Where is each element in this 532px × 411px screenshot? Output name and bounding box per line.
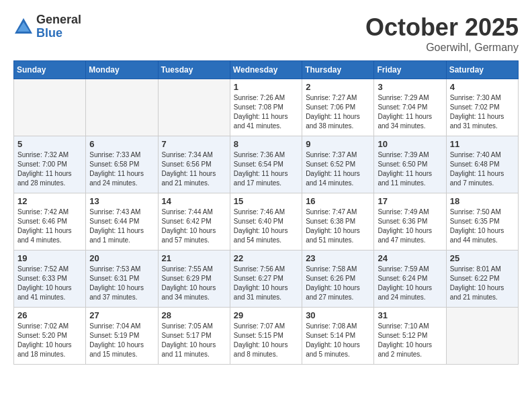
day-number: 11 [450,139,515,149]
day-info: Sunrise: 7:37 AM Sunset: 6:52 PM Dayligh… [306,150,370,188]
day-info: Sunrise: 7:02 AM Sunset: 5:20 PM Dayligh… [17,322,82,359]
day-info: Sunrise: 7:30 AM Sunset: 7:02 PM Dayligh… [450,93,515,131]
calendar-cell: 4Sunrise: 7:30 AM Sunset: 7:02 PM Daylig… [446,79,518,136]
calendar-cell [86,79,158,136]
day-info: Sunrise: 7:55 AM Sunset: 6:29 PM Dayligh… [162,265,226,302]
day-info: Sunrise: 7:04 AM Sunset: 5:19 PM Dayligh… [89,322,154,359]
day-info: Sunrise: 7:08 AM Sunset: 5:14 PM Dayligh… [306,322,370,359]
day-info: Sunrise: 7:43 AM Sunset: 6:44 PM Dayligh… [89,208,154,245]
weekday-header: Friday [374,61,446,79]
weekday-header-row: SundayMondayTuesdayWednesdayThursdayFrid… [14,61,519,79]
calendar-cell: 15Sunrise: 7:46 AM Sunset: 6:40 PM Dayli… [230,193,302,250]
calendar-cell: 1Sunrise: 7:26 AM Sunset: 7:08 PM Daylig… [230,79,302,136]
calendar-cell: 14Sunrise: 7:44 AM Sunset: 6:42 PM Dayli… [158,193,230,250]
logo-blue: Blue [36,27,81,40]
day-number: 1 [234,82,298,92]
calendar-cell: 25Sunrise: 8:01 AM Sunset: 6:22 PM Dayli… [446,250,518,308]
day-info: Sunrise: 7:58 AM Sunset: 6:26 PM Dayligh… [306,265,370,302]
logo-icon [13,17,34,37]
calendar-cell: 10Sunrise: 7:39 AM Sunset: 6:50 PM Dayli… [374,136,446,193]
day-info: Sunrise: 7:53 AM Sunset: 6:31 PM Dayligh… [89,265,154,302]
day-number: 26 [17,310,82,320]
day-info: Sunrise: 7:05 AM Sunset: 5:17 PM Dayligh… [162,322,226,359]
day-number: 20 [89,253,154,263]
calendar-week-row: 12Sunrise: 7:42 AM Sunset: 6:46 PM Dayli… [14,193,519,250]
calendar-cell: 29Sunrise: 7:07 AM Sunset: 5:15 PM Dayli… [230,308,302,365]
day-number: 27 [89,310,154,320]
calendar-cell: 18Sunrise: 7:50 AM Sunset: 6:35 PM Dayli… [446,193,518,250]
day-number: 24 [378,253,442,263]
calendar-cell: 11Sunrise: 7:40 AM Sunset: 6:48 PM Dayli… [446,136,518,193]
day-number: 19 [17,253,82,263]
day-number: 30 [306,310,370,320]
calendar-cell: 24Sunrise: 7:59 AM Sunset: 6:24 PM Dayli… [374,250,446,308]
day-info: Sunrise: 7:50 AM Sunset: 6:35 PM Dayligh… [450,208,515,245]
day-info: Sunrise: 7:59 AM Sunset: 6:24 PM Dayligh… [378,265,442,302]
day-info: Sunrise: 7:07 AM Sunset: 5:15 PM Dayligh… [234,322,298,359]
weekday-header: Tuesday [158,61,230,79]
month-title: October 2025 [365,13,519,42]
day-info: Sunrise: 7:46 AM Sunset: 6:40 PM Dayligh… [234,208,298,245]
calendar-cell: 2Sunrise: 7:27 AM Sunset: 7:06 PM Daylig… [302,79,374,136]
day-number: 31 [378,310,442,320]
calendar-week-row: 26Sunrise: 7:02 AM Sunset: 5:20 PM Dayli… [14,308,519,365]
logo-general: General [36,13,81,27]
calendar-cell: 20Sunrise: 7:53 AM Sunset: 6:31 PM Dayli… [86,250,158,308]
calendar-cell: 30Sunrise: 7:08 AM Sunset: 5:14 PM Dayli… [302,308,374,365]
calendar-cell: 19Sunrise: 7:52 AM Sunset: 6:33 PM Dayli… [14,250,86,308]
day-number: 5 [17,139,82,149]
day-info: Sunrise: 7:40 AM Sunset: 6:48 PM Dayligh… [450,150,515,188]
day-number: 12 [17,196,82,206]
day-number: 18 [450,196,515,206]
day-info: Sunrise: 7:29 AM Sunset: 7:04 PM Dayligh… [378,93,442,131]
day-number: 3 [378,82,442,92]
calendar-cell: 28Sunrise: 7:05 AM Sunset: 5:17 PM Dayli… [158,308,230,365]
day-number: 4 [450,82,515,92]
day-info: Sunrise: 7:44 AM Sunset: 6:42 PM Dayligh… [162,208,226,245]
day-info: Sunrise: 7:10 AM Sunset: 5:12 PM Dayligh… [378,322,442,359]
day-info: Sunrise: 7:26 AM Sunset: 7:08 PM Dayligh… [234,93,298,131]
calendar-cell: 6Sunrise: 7:33 AM Sunset: 6:58 PM Daylig… [86,136,158,193]
day-info: Sunrise: 7:33 AM Sunset: 6:58 PM Dayligh… [89,150,154,188]
logo: General Blue [13,13,81,40]
calendar-table: SundayMondayTuesdayWednesdayThursdayFrid… [13,60,519,365]
day-number: 22 [234,253,298,263]
day-info: Sunrise: 7:34 AM Sunset: 6:56 PM Dayligh… [162,150,226,188]
day-number: 8 [234,139,298,149]
calendar-cell [446,308,518,365]
calendar-cell: 23Sunrise: 7:58 AM Sunset: 6:26 PM Dayli… [302,250,374,308]
calendar-cell [158,79,230,136]
day-number: 23 [306,253,370,263]
day-number: 16 [306,196,370,206]
day-number: 10 [378,139,442,149]
day-info: Sunrise: 7:56 AM Sunset: 6:27 PM Dayligh… [234,265,298,302]
day-info: Sunrise: 7:52 AM Sunset: 6:33 PM Dayligh… [17,265,82,302]
logo-text: General Blue [36,13,81,40]
location: Goerwihl, Germany [365,42,519,54]
calendar-cell: 13Sunrise: 7:43 AM Sunset: 6:44 PM Dayli… [86,193,158,250]
calendar-cell: 3Sunrise: 7:29 AM Sunset: 7:04 PM Daylig… [374,79,446,136]
day-number: 25 [450,253,515,263]
title-block: October 2025 Goerwihl, Germany [365,13,519,54]
day-number: 6 [89,139,154,149]
calendar-cell: 5Sunrise: 7:32 AM Sunset: 7:00 PM Daylig… [14,136,86,193]
calendar-cell: 26Sunrise: 7:02 AM Sunset: 5:20 PM Dayli… [14,308,86,365]
day-number: 21 [162,253,226,263]
weekday-header: Thursday [302,61,374,79]
day-number: 15 [234,196,298,206]
calendar-cell: 17Sunrise: 7:49 AM Sunset: 6:36 PM Dayli… [374,193,446,250]
calendar-cell: 21Sunrise: 7:55 AM Sunset: 6:29 PM Dayli… [158,250,230,308]
calendar-cell: 31Sunrise: 7:10 AM Sunset: 5:12 PM Dayli… [374,308,446,365]
weekday-header: Sunday [14,61,86,79]
day-number: 28 [162,310,226,320]
weekday-header: Saturday [446,61,518,79]
calendar-cell: 12Sunrise: 7:42 AM Sunset: 6:46 PM Dayli… [14,193,86,250]
calendar-cell [14,79,86,136]
day-info: Sunrise: 8:01 AM Sunset: 6:22 PM Dayligh… [450,265,515,302]
day-number: 14 [162,196,226,206]
weekday-header: Monday [86,61,158,79]
day-info: Sunrise: 7:49 AM Sunset: 6:36 PM Dayligh… [378,208,442,245]
day-info: Sunrise: 7:27 AM Sunset: 7:06 PM Dayligh… [306,93,370,131]
day-number: 2 [306,82,370,92]
day-info: Sunrise: 7:36 AM Sunset: 6:54 PM Dayligh… [234,150,298,188]
